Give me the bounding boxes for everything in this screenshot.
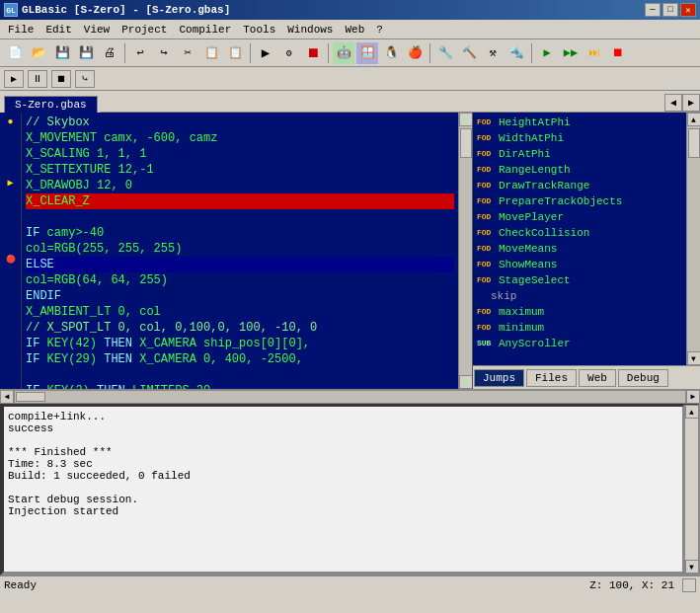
list-item-11[interactable]: skip (475, 288, 684, 304)
gutter-icon-2 (4, 145, 18, 160)
list-item-4[interactable]: FOD DrawTrackRange (475, 178, 684, 193)
gutter-icon-10 (4, 267, 18, 281)
code-line-17: IF KEY(2) THEN LIMITFPS 30 (26, 383, 454, 389)
step-button[interactable]: ⤷ (75, 70, 95, 88)
right-scroll-up[interactable]: ▲ (687, 113, 701, 126)
list-item-8[interactable]: FOD MoveMeans (475, 241, 684, 257)
playback-bar: ▶ ⏸ ⏹ ⤷ (0, 67, 700, 91)
stop-playback-button[interactable]: ⏹ (51, 70, 71, 88)
code-hscroll[interactable]: ◀ ▶ (0, 389, 700, 403)
open-button[interactable]: 📂 (28, 42, 49, 64)
tab-web[interactable]: Web (579, 369, 616, 387)
linux-button[interactable]: 🐧 (380, 42, 402, 64)
scroll-left-tab[interactable]: ◀ (664, 94, 682, 112)
hscroll-thumb[interactable] (16, 392, 45, 402)
window-title: GLBasic [S-Zero] - [S-Zero.gbas] (22, 4, 230, 16)
run2-button[interactable]: ▶▶ (560, 42, 582, 64)
status-resize-grip[interactable] (682, 578, 696, 592)
code-line-15: IF KEY(29) THEN X_CAMERA 0, 400, -2500, (26, 351, 454, 367)
windows-button[interactable]: 🪟 (356, 42, 378, 64)
menu-windows[interactable]: Windows (281, 22, 339, 38)
save-all-button[interactable]: 💾 (75, 42, 97, 64)
stop-button[interactable]: ⏹ (302, 42, 324, 64)
tab-szero[interactable]: S-Zero.gbas (4, 96, 98, 113)
tool4-button[interactable]: 🔩 (506, 42, 527, 64)
new-button[interactable]: 📄 (4, 42, 26, 64)
code-line-10: col=RGB(64, 64, 255) (26, 272, 454, 288)
list-item-2[interactable]: FOD DirAtPhi (475, 146, 684, 162)
tool1-button[interactable]: 🔧 (434, 42, 456, 64)
tab-jumps[interactable]: Jumps (474, 369, 524, 387)
list-item-7[interactable]: FOD CheckCollision (475, 225, 684, 241)
pause-button[interactable]: ⏸ (28, 70, 47, 88)
code-vscroll[interactable]: ▲ ▼ (458, 113, 472, 389)
right-scroll-thumb[interactable] (688, 128, 700, 158)
menu-web[interactable]: Web (339, 22, 370, 38)
scroll-up-arrow[interactable]: ▲ (459, 113, 473, 126)
menu-view[interactable]: View (78, 22, 116, 38)
copy-button[interactable]: 📋 (200, 42, 222, 64)
menu-edit[interactable]: Edit (39, 22, 77, 38)
list-item-10[interactable]: FOD StageSelect (475, 272, 684, 288)
hscroll-right[interactable]: ▶ (686, 390, 700, 404)
list-item-13[interactable]: FOD minimum (475, 320, 684, 336)
close-button[interactable]: ✕ (680, 3, 696, 17)
code-line-3: X_SETTEXTURE 12,-1 (26, 162, 454, 178)
scroll-thumb[interactable] (460, 128, 472, 158)
play-button[interactable]: ▶ (4, 70, 24, 88)
menu-tools[interactable]: Tools (237, 22, 281, 38)
tool2-button[interactable]: 🔨 (458, 42, 480, 64)
menu-file[interactable]: File (2, 22, 39, 38)
menu-compiler[interactable]: Compiler (173, 22, 237, 38)
run3-button[interactable]: ⏭ (583, 42, 605, 64)
list-item-14[interactable]: SUB AnyScroller (475, 336, 684, 351)
paste-button[interactable]: 📋 (224, 42, 246, 64)
list-item-9[interactable]: FOD ShowMeans (475, 257, 684, 272)
output-text: compile+link... success *** Finished ***… (8, 411, 678, 568)
print-button[interactable]: 🖨 (99, 42, 120, 64)
cut-button[interactable]: ✂ (177, 42, 198, 64)
maximize-button[interactable]: □ (662, 3, 678, 17)
tab-files[interactable]: Files (526, 369, 577, 387)
menu-help[interactable]: ? (370, 22, 389, 38)
list-item-0[interactable]: FOD HeightAtPhi (475, 115, 684, 130)
output-scroll-up[interactable]: ▲ (685, 405, 699, 419)
code-lines[interactable]: // Skybox X_MOVEMENT camx, -600, camz X_… (22, 113, 458, 389)
menu-project[interactable]: Project (116, 22, 173, 38)
redo-button[interactable]: ↪ (153, 42, 175, 64)
run1-button[interactable]: ▶ (536, 42, 558, 64)
output-vscroll[interactable]: ▲ ▼ (684, 405, 698, 574)
code-editor[interactable]: ● ▶ 🔴 // Sk (0, 113, 473, 389)
hscroll-left[interactable]: ◀ (0, 390, 14, 404)
minimize-button[interactable]: ─ (645, 3, 661, 17)
code-line-16 (26, 367, 454, 383)
save-button[interactable]: 💾 (51, 42, 73, 64)
list-item-1[interactable]: FOD WidthAtPhi (475, 130, 684, 146)
undo-button[interactable]: ↩ (129, 42, 151, 64)
tab-debug[interactable]: Debug (618, 369, 668, 387)
tool3-button[interactable]: ⚒ (482, 42, 504, 64)
code-line-0: // Skybox (26, 115, 454, 130)
code-line-7: IF camy>-40 (26, 225, 454, 241)
output-line-2 (8, 434, 678, 446)
run4-button[interactable]: ⏹ (607, 42, 629, 64)
scroll-right-tab[interactable]: ▶ (682, 94, 700, 112)
gutter-icon-4: ▶ (4, 176, 18, 191)
right-scroll-down[interactable]: ▼ (687, 351, 701, 365)
menu-bar: File Edit View Project Compiler Tools Wi… (0, 20, 700, 39)
gutter-icon-15 (4, 344, 18, 358)
list-item-12[interactable]: FOD maximum (475, 304, 684, 320)
hscroll-track[interactable] (14, 390, 686, 404)
compile-button[interactable]: ⚙ (278, 42, 300, 64)
compile-run-button[interactable]: ▶ (255, 42, 276, 64)
line-gutter: ● ▶ 🔴 (0, 113, 22, 389)
mac-button[interactable]: 🍎 (404, 42, 426, 64)
android-button[interactable]: 🤖 (333, 42, 354, 64)
scroll-down-arrow[interactable]: ▼ (459, 375, 473, 389)
output-scroll-down[interactable]: ▼ (685, 560, 699, 574)
list-item-3[interactable]: FOD RangeLength (475, 162, 684, 178)
right-tabs: Jumps Files Web Debug (473, 365, 700, 389)
list-item-5[interactable]: FOD PrepareTrackObjects (475, 193, 684, 209)
list-item-6[interactable]: FOD MovePlayer (475, 209, 684, 225)
right-vscroll[interactable]: ▲ ▼ (686, 113, 700, 365)
